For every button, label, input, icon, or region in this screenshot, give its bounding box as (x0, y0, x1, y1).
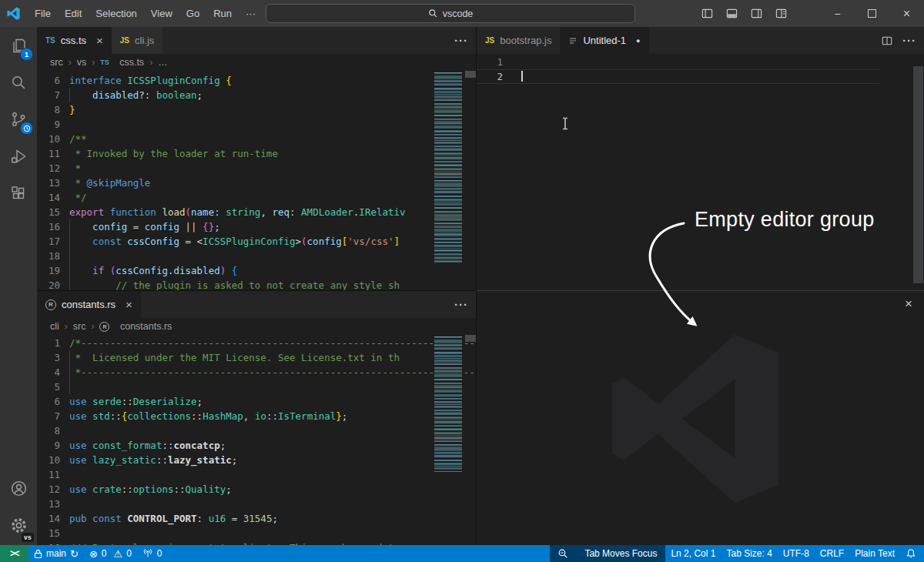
code-line[interactable]: 17 const cssConfig = <ICSSPluginConfig>(… (37, 234, 476, 249)
source-control-icon[interactable] (0, 101, 37, 138)
search-view-icon[interactable] (0, 64, 37, 101)
code-line[interactable]: 1/*-------------------------------------… (37, 336, 476, 350)
code-line[interactable]: 13 (37, 497, 476, 511)
code-line[interactable]: 15export function load(name: string, req… (37, 205, 476, 219)
menu-run[interactable]: Run (206, 0, 239, 27)
maximize-button[interactable] (855, 0, 889, 27)
code-line[interactable]: 8 (37, 423, 476, 438)
code-line[interactable]: 12use crate::options::Quality; (37, 482, 476, 497)
breadcrumb-item[interactable]: src (50, 57, 63, 68)
code-line[interactable]: 11 (37, 467, 476, 482)
extensions-icon[interactable] (0, 175, 37, 212)
code-editor-untitled[interactable]: 12 (477, 54, 924, 290)
breadcrumb-item[interactable]: R constants.rs (99, 321, 172, 332)
code-line[interactable]: 6use serde::Deserialize; (37, 394, 476, 409)
code-line[interactable]: 1 (477, 55, 879, 69)
menu-go[interactable]: Go (179, 0, 206, 27)
tab-css-ts[interactable]: TS css.ts × (37, 27, 112, 54)
editor-scrollbar[interactable] (913, 66, 923, 283)
menu-more[interactable]: ··· (239, 0, 263, 27)
indentation-item[interactable]: Tab Size: 4 (721, 545, 777, 562)
run-debug-icon[interactable] (0, 138, 37, 175)
toggle-secondary-sidebar-icon[interactable] (751, 8, 762, 19)
warning-icon: ⚠ (114, 549, 123, 559)
code-line[interactable]: 13 * @skipMangle (37, 176, 476, 190)
scm-pending-badge (20, 122, 33, 135)
more-actions-icon[interactable]: ··· (454, 298, 468, 311)
eol-item[interactable]: CRLF (815, 545, 849, 562)
code-line[interactable]: 3 * Licensed under the MIT License. See … (37, 350, 476, 365)
accounts-icon[interactable] (0, 470, 37, 507)
code-line[interactable]: 7use std::{collections::HashMap, io::IsT… (37, 409, 476, 423)
tab-label: cli.js (135, 35, 154, 46)
menu-edit[interactable]: Edit (58, 0, 89, 27)
more-actions-icon[interactable]: ··· (454, 34, 468, 47)
menu-selection[interactable]: Selection (89, 0, 143, 27)
minimize-button[interactable]: − (820, 0, 855, 27)
code-line[interactable]: 9 (37, 117, 476, 132)
breadcrumb[interactable]: src › vs › TS css.ts › … (37, 54, 476, 71)
editor-scrollbar[interactable] (465, 335, 476, 545)
breadcrumb-item[interactable]: vs (77, 57, 87, 68)
code-line[interactable]: 14pub const CONTROL_PORT: u16 = 31545; (37, 511, 476, 526)
code-line[interactable]: 10use lazy_static::lazy_static; (37, 453, 476, 467)
minimap[interactable] (433, 71, 465, 290)
code-line[interactable]: 20 // the plugin is asked to not create … (37, 278, 476, 290)
split-editor-icon[interactable] (882, 35, 892, 46)
code-editor-css-ts[interactable]: 6interface ICSSPluginConfig {7 disabled?… (37, 71, 476, 290)
more-actions-icon[interactable]: ··· (902, 34, 916, 47)
branch-status-item[interactable]: main ↻ (28, 545, 84, 562)
code-line[interactable]: 6interface ICSSPluginConfig { (37, 73, 476, 88)
cursor-position-item[interactable]: Ln 2, Col 1 (665, 545, 721, 562)
customize-layout-icon[interactable] (775, 8, 787, 19)
tab-cli-js[interactable]: JS cli.js (112, 27, 163, 54)
settings-gear-icon[interactable]: vs (0, 507, 37, 544)
breadcrumb[interactable]: cli › src › R constants.rs (37, 318, 476, 335)
tab-untitled-1[interactable]: Untitled-1 ● (560, 27, 648, 54)
toggle-sidebar-icon[interactable] (701, 8, 713, 19)
tab-bootstrap-js[interactable]: JS bootstrap.js (477, 27, 560, 54)
dirty-dot-icon[interactable]: ● (636, 37, 640, 45)
code-line[interactable]: 11 * Invoked by the loader at run-time (37, 146, 476, 161)
code-line[interactable]: 5 (37, 380, 476, 394)
code-line[interactable]: 2 (477, 69, 879, 84)
code-line[interactable]: 18 (37, 249, 476, 263)
text-caret (521, 71, 523, 82)
breadcrumb-item[interactable]: cli (50, 321, 59, 332)
encoding-item[interactable]: UTF-8 (778, 545, 815, 562)
menu-view[interactable]: View (144, 0, 179, 27)
remote-indicator[interactable]: >< (0, 545, 28, 562)
tab-constants-rs[interactable]: R constants.rs × (37, 291, 141, 318)
code-line[interactable]: 7 disabled?: boolean; (37, 88, 476, 102)
problems-status-item[interactable]: ⊗0 ⚠0 (84, 545, 137, 562)
tab-moves-focus-item[interactable]: Tab Moves Focus (576, 545, 665, 562)
code-line[interactable]: 8} (37, 102, 476, 117)
editor-scrollbar[interactable] (465, 71, 476, 290)
code-line[interactable]: 10/** (37, 132, 476, 146)
notifications-bell-icon[interactable] (900, 545, 924, 562)
toggle-panel-icon[interactable] (726, 8, 738, 19)
code-line[interactable]: 9use const_format::concatcp; (37, 438, 476, 453)
menu-file[interactable]: File (28, 0, 58, 27)
close-window-button[interactable]: × (889, 0, 924, 27)
command-center-search[interactable]: vscode (266, 4, 635, 23)
code-line[interactable]: 15 (37, 526, 476, 540)
code-line[interactable]: 16 config = config || {}; (37, 219, 476, 234)
code-line[interactable]: 12 * (37, 161, 476, 176)
code-line[interactable]: 14 */ (37, 190, 476, 205)
ports-status-item[interactable]: 0 (137, 545, 168, 562)
code-editor-constants-rs[interactable]: 1/*-------------------------------------… (37, 335, 476, 545)
explorer-icon[interactable]: 1 (0, 27, 37, 64)
breadcrumb-item[interactable]: src (73, 321, 86, 332)
zoom-status-item[interactable] (550, 545, 576, 562)
close-icon[interactable]: × (96, 35, 103, 46)
code-line[interactable]: 19 if (cssConfig.disabled) { (37, 263, 476, 278)
breadcrumb-item[interactable]: … (158, 57, 168, 68)
minimap[interactable] (433, 335, 465, 545)
code-line[interactable]: 4 *-------------------------------------… (37, 365, 476, 380)
breadcrumb-item[interactable]: TS css.ts (100, 57, 144, 68)
language-mode-item[interactable]: Plain Text (849, 545, 900, 562)
editor-group-top-right: JS bootstrap.js Untitled-1 ● ··· 12 (477, 27, 924, 290)
close-icon[interactable]: × (126, 299, 132, 310)
close-group-icon[interactable]: × (905, 297, 912, 310)
